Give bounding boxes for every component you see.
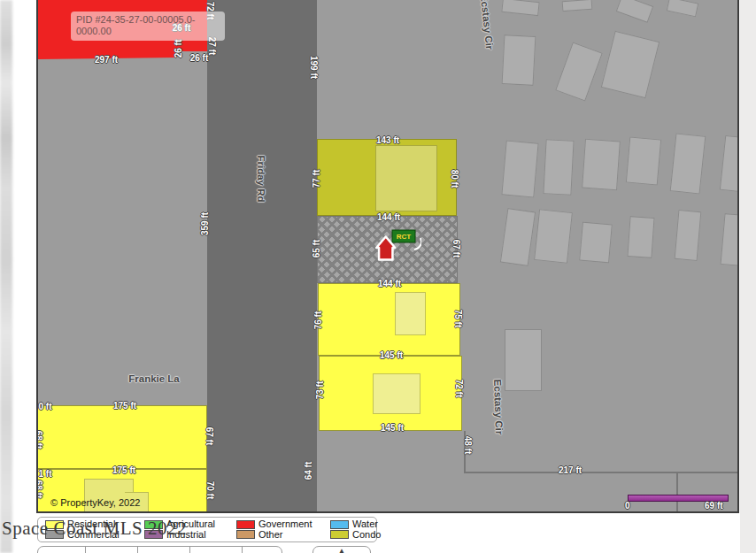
measurement-label: 68 ft: [36, 431, 43, 449]
parcel-boundary-line: [464, 472, 739, 473]
building-footprint: [502, 35, 536, 86]
parcel-boundary-line: [676, 472, 678, 511]
page-background-right: [740, 0, 756, 553]
legend-item-other: Other: [236, 530, 330, 540]
building-footprint: [501, 141, 538, 198]
legend-label: Other: [258, 530, 283, 540]
measurement-label: 145 ft: [380, 350, 403, 360]
legend-label: Government: [258, 519, 312, 529]
measurement-label: 48 ft: [463, 436, 473, 455]
parcel-residential-1[interactable]: [318, 283, 460, 356]
building-footprint: [505, 329, 542, 391]
building-footprint: [627, 216, 654, 258]
measurement-label: 145 ft: [381, 423, 404, 433]
segment-divider: [189, 547, 190, 553]
legend-item-government: Government: [236, 519, 330, 529]
street-label: Ecstasy Cir: [479, 0, 495, 50]
building-footprint: [534, 209, 573, 264]
building-footprint: [555, 42, 603, 102]
map-toolbar-segmented-control[interactable]: [37, 546, 282, 553]
legend-label: Condo: [352, 530, 381, 540]
measurement-label: 144 ft: [378, 279, 401, 288]
measurement-label: 64 ft: [304, 462, 313, 480]
friday-rd-road: [207, 0, 317, 511]
legend-swatch: [236, 520, 255, 529]
measurement-label: 67 ft: [204, 427, 214, 446]
measurement-label: 72 ft: [454, 380, 464, 398]
building-footprint: [579, 222, 613, 264]
building-footprint: [721, 213, 739, 266]
map[interactable]: PID #24-35-27-00-00005.0- 0000.00 RCT 0 …: [36, 0, 739, 513]
measurement-label: 68 ft: [36, 480, 43, 499]
measurement-label: 199 ft: [309, 56, 319, 79]
building-footprint: [562, 0, 593, 12]
legend-swatch: [330, 530, 349, 539]
building-footprint: [395, 292, 426, 335]
legend-swatch: [236, 530, 255, 539]
building-footprint: [543, 139, 574, 196]
measurement-label: 143 ft: [376, 135, 399, 145]
measurement-label: 65 ft: [312, 240, 321, 258]
scale-end-label: 69 ft: [705, 501, 723, 511]
legend-swatch: [330, 520, 349, 529]
measurement-label: 359 ft: [200, 212, 210, 235]
building-footprint: [670, 133, 706, 194]
background-photo-edge: [0, 0, 12, 553]
measurement-label: 67 ft: [451, 240, 461, 258]
measurement-label: 80 ft: [450, 170, 459, 188]
measurement-label: 26 ft: [174, 40, 183, 58]
building-footprint: [626, 137, 661, 186]
street-label: Ecstasy Cir: [492, 379, 505, 434]
screen: PID #24-35-27-00-00005.0- 0000.00 RCT 0 …: [0, 0, 756, 553]
parcel-condo[interactable]: [317, 139, 457, 216]
measurement-label: 175 ft: [112, 465, 135, 475]
building-footprint: [616, 0, 654, 23]
measurement-label: 26 ft: [190, 53, 209, 63]
parcel-residential-west-1[interactable]: [36, 405, 207, 469]
flag-label: RCT: [397, 233, 412, 241]
measurement-label: 0 ft: [39, 402, 52, 411]
subject-property-marker[interactable]: RCT: [375, 226, 421, 268]
building-footprint: [582, 139, 621, 191]
segment-divider: [137, 547, 138, 553]
building-footprint: [500, 208, 536, 266]
measurement-label: 1 ft: [39, 469, 52, 479]
measurement-label: 73 ft: [315, 381, 325, 400]
building-footprint: [373, 373, 420, 414]
measurement-label: 77 ft: [312, 170, 321, 188]
measurement-label: 70 ft: [205, 481, 215, 500]
measurement-label: 217 ft: [559, 465, 582, 475]
scale-start-label: 0: [625, 501, 630, 511]
building-footprint: [601, 31, 660, 99]
building-footprint: [501, 0, 539, 16]
legend-item-water: Water: [330, 519, 381, 529]
measurement-label: 144 ft: [377, 212, 400, 222]
parcel-residential-2[interactable]: [319, 356, 462, 431]
pid-tooltip-line1: PID #24-35-27-00-00005.0-: [76, 14, 220, 26]
measurement-label: 76 ft: [313, 311, 323, 330]
mls-watermark: Space Coast MLS 2022: [2, 518, 187, 540]
measurement-label: 297 ft: [95, 55, 118, 65]
building-footprint: [720, 135, 739, 192]
scroll-up-button[interactable]: ▲: [312, 546, 371, 553]
building-footprint: [675, 210, 702, 261]
building-footprint: [375, 145, 437, 211]
legend-label: Water: [352, 519, 378, 529]
pid-tooltip-line2: 0000.00: [76, 26, 220, 37]
street-label: Friday Rd: [256, 155, 266, 202]
legend-item-condo: Condo: [330, 530, 381, 540]
segment-divider: [85, 547, 86, 553]
building-footprint: [667, 0, 699, 17]
pid-tooltip: PID #24-35-27-00-00005.0- 0000.00: [71, 12, 225, 41]
segment-divider: [242, 547, 243, 553]
measurement-label: 75 ft: [453, 310, 463, 328]
measurement-label: 175 ft: [113, 401, 136, 411]
up-arrow-icon: ▲: [337, 546, 346, 553]
street-label: Frankie La: [128, 373, 180, 384]
copyright-text: © PropertyKey, 2022: [50, 497, 140, 508]
